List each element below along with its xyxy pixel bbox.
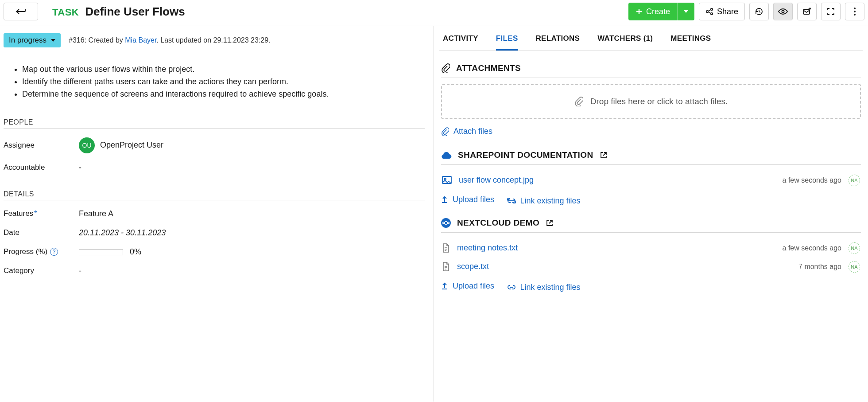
external-link-icon[interactable] [600,151,608,159]
file-name[interactable]: meeting notes.txt [457,243,775,253]
share-label: Share [717,7,738,16]
field-label-category: Category [4,266,79,275]
attachments-dropzone[interactable]: Drop files here or click to attach files… [441,84,861,119]
history-button[interactable] [749,3,769,20]
tab-activity[interactable]: ACTIVITY [443,34,478,51]
file-row[interactable]: scope.txt 7 months ago NA [441,258,861,276]
svg-point-10 [445,221,447,224]
right-pane: ACTIVITY FILES RELATIONS WATCHERS (1) ME… [434,26,868,402]
field-label-assignee: Assignee [4,141,79,150]
attachments-heading: ATTACHMENTS [441,63,861,78]
avatar: OU [79,137,95,153]
more-button[interactable] [845,3,864,20]
dropzone-text: Drop files here or click to attach files… [590,97,728,106]
attach-files-link[interactable]: Attach files [441,127,492,136]
progress-text: 0% [130,247,141,256]
topbar: TASK Define User Flows Create Share [0,0,868,26]
file-row[interactable]: meeting notes.txt a few seconds ago NA [441,239,861,258]
upload-files-link[interactable]: Upload files [441,281,494,291]
help-icon[interactable]: ? [50,248,58,256]
section-heading-people: PEOPLE [4,118,425,126]
file-row[interactable]: user flow concept.jpg a few seconds ago … [441,171,861,190]
kebab-icon [854,8,856,16]
meta-line: #316: Created by Mia Bayer. Last updated… [69,36,270,44]
caret-down-icon [51,39,55,42]
back-arrow-icon [15,8,27,16]
description-list: Map out the various user flows within th… [13,63,425,101]
tab-files[interactable]: FILES [496,34,518,51]
file-name[interactable]: scope.txt [457,262,791,271]
field-value-date[interactable]: 20.11.2023 - 30.11.2023 [79,228,166,238]
tabs: ACTIVITY FILES RELATIONS WATCHERS (1) ME… [439,26,863,51]
upload-icon [441,282,448,290]
field-label-features: Features* [4,209,79,218]
upload-files-link[interactable]: Upload files [441,195,494,204]
paperclip-icon [441,63,450,73]
watch-button[interactable] [773,3,793,20]
section-heading-details: DETAILS [4,190,425,198]
assignee-name: OpenProject User [100,141,163,150]
svg-point-3 [782,10,784,12]
paperclip-icon [441,127,449,136]
file-author-badge: NA [849,261,860,273]
cloud-icon [441,151,452,159]
field-value-accountable[interactable]: - [79,163,81,172]
svg-point-0 [706,11,708,12]
meta-suffix: . Last updated on 29.11.2023 23:29. [156,36,270,44]
fullscreen-button[interactable] [821,3,841,20]
create-dropdown-toggle[interactable] [677,3,694,20]
description-item: Identify the different paths users can t… [22,76,425,88]
link-existing-files-link[interactable]: Link existing files [507,283,581,292]
title-block: TASK Define User Flows [52,5,185,19]
back-button[interactable] [4,3,38,20]
field-value-category[interactable]: - [79,266,81,276]
file-author-badge: NA [849,242,860,254]
progress-bar [79,249,123,255]
field-value-features[interactable]: Feature A [79,209,113,219]
external-link-icon[interactable] [546,219,554,227]
file-timestamp: a few seconds ago [783,244,841,252]
plus-icon [636,8,643,15]
nextcloud-heading: NEXTCLOUD DEMO [441,218,861,233]
send-button[interactable] [797,3,817,20]
description-item: Map out the various user flows within th… [22,63,425,76]
svg-point-5 [854,8,856,9]
file-name[interactable]: user flow concept.jpg [459,176,775,185]
link-icon [507,198,516,203]
upload-icon [441,195,448,203]
field-label-progress: Progress (%) ? [4,247,79,256]
svg-point-1 [711,8,713,10]
caret-down-icon [684,10,688,13]
page-title: Define User Flows [85,5,185,19]
meta-prefix: #316: Created by [69,36,125,44]
svg-point-9 [444,178,446,180]
field-value-progress[interactable]: 0% [79,247,141,257]
create-button[interactable]: Create [628,3,694,20]
text-file-icon [442,262,450,272]
link-icon [507,285,516,290]
svg-point-11 [443,222,445,224]
share-button[interactable]: Share [699,3,745,20]
field-label-date: Date [4,228,79,237]
text-file-icon [442,243,450,253]
image-file-icon [442,176,452,185]
left-pane: In progress #316: Created by Mia Bayer. … [0,26,434,402]
author-link[interactable]: Mia Bayer [125,36,156,44]
status-selector[interactable]: In progress [4,33,61,47]
share-icon [705,8,713,16]
svg-point-2 [711,13,713,15]
tab-relations[interactable]: RELATIONS [536,34,580,51]
fullscreen-icon [827,8,835,16]
nextcloud-icon [441,218,451,228]
tab-watchers[interactable]: WATCHERS (1) [597,34,653,51]
svg-rect-4 [803,9,810,14]
svg-point-7 [854,14,856,16]
link-existing-files-link[interactable]: Link existing files [507,196,581,206]
file-timestamp: 7 months ago [798,263,841,271]
tab-meetings[interactable]: MEETINGS [670,34,711,51]
task-type-label: TASK [52,7,79,18]
file-timestamp: a few seconds ago [783,176,841,184]
sharepoint-heading: SHAREPOINT DOCUMENTATION [441,150,861,165]
field-value-assignee[interactable]: OU OpenProject User [79,137,163,153]
svg-point-6 [854,11,856,12]
